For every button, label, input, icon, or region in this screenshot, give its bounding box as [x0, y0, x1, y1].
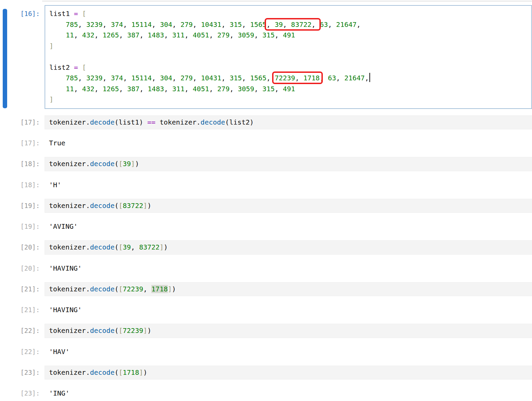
highlighted-token: 1718: [151, 285, 168, 293]
cell-20-input-row: [20]: tokenizer.decode([39, 83722]): [0, 240, 532, 255]
output-prompt-23: [23]:: [0, 389, 45, 397]
code-editor-19[interactable]: tokenizer.decode([83722]): [45, 199, 532, 213]
code-editor-16[interactable]: list1 = [ 785, 3239, 374, 15114, 304, 27…: [45, 5, 532, 109]
output-prompt-22: [22]:: [0, 348, 45, 356]
red-annotation-box: 72239, 1718: [275, 74, 319, 82]
cell-23-output-row: [23]: 'ING': [0, 389, 532, 397]
code-source-19[interactable]: tokenizer.decode([83722]): [49, 200, 532, 211]
cell-19-input-row: [19]: tokenizer.decode([83722]): [0, 199, 532, 213]
notebook-page: [16]: list1 = [ 785, 3239, 374, 15114, 3…: [0, 0, 532, 401]
output-text-17: True: [45, 139, 532, 147]
input-prompt-22: [22]:: [0, 324, 45, 336]
output-text-23: 'ING': [45, 389, 532, 397]
code-source-22[interactable]: tokenizer.decode([72239]): [49, 325, 532, 336]
cell-23-input-row: [23]: tokenizer.decode([1718]): [0, 366, 532, 380]
input-prompt-17: [17]:: [0, 115, 45, 128]
text-cursor: [369, 73, 370, 82]
output-prompt-19: [19]:: [0, 222, 45, 230]
code-cell-16: [16]: list1 = [ 785, 3239, 374, 15114, 3…: [0, 5, 532, 109]
output-text-22: 'HAV': [45, 348, 532, 356]
code-editor-23[interactable]: tokenizer.decode([1718]): [45, 366, 532, 380]
output-prompt-20: [20]:: [0, 264, 45, 272]
red-annotation-box: , 39, 83722,: [266, 20, 316, 29]
input-prompt-21: [21]:: [0, 282, 45, 295]
code-editor-18[interactable]: tokenizer.decode([39]): [45, 157, 532, 171]
code-editor-17[interactable]: tokenizer.decode(list1) == tokenizer.dec…: [45, 115, 532, 130]
output-prompt-17: [17]:: [0, 139, 45, 147]
code-source-23[interactable]: tokenizer.decode([1718]): [49, 367, 532, 378]
code-editor-22[interactable]: tokenizer.decode([72239]): [45, 324, 532, 338]
output-text-19: 'AVING': [45, 222, 532, 230]
active-cell-indicator-bar[interactable]: [3, 9, 7, 108]
code-source-16[interactable]: list1 = [ 785, 3239, 374, 15114, 304, 27…: [49, 9, 531, 105]
previous-cell-edge: [42, 0, 532, 2]
output-prompt-18: [18]:: [0, 181, 45, 189]
code-source-17[interactable]: tokenizer.decode(list1) == tokenizer.dec…: [49, 117, 532, 128]
cell-18-output-row: [18]: 'H': [0, 181, 532, 189]
input-prompt-18: [18]:: [0, 157, 45, 170]
cell-20-output-row: [20]: 'HAVING': [0, 264, 532, 272]
cell-17-output-row: [17]: True: [0, 139, 532, 147]
cell-19-output-row: [19]: 'AVING': [0, 222, 532, 230]
input-prompt-19: [19]:: [0, 199, 45, 211]
cell-17-input-row: [17]: tokenizer.decode(list1) == tokeniz…: [0, 115, 532, 130]
cell-22-output-row: [22]: 'HAV': [0, 348, 532, 356]
input-prompt-23: [23]:: [0, 366, 45, 378]
code-source-20[interactable]: tokenizer.decode([39, 83722]): [49, 242, 532, 253]
output-text-21: 'HAVING': [45, 306, 532, 314]
output-prompt-21: [21]:: [0, 306, 45, 314]
code-editor-20[interactable]: tokenizer.decode([39, 83722]): [45, 240, 532, 255]
code-source-18[interactable]: tokenizer.decode([39]): [49, 159, 532, 170]
input-prompt-20: [20]:: [0, 240, 45, 253]
cell-18-input-row: [18]: tokenizer.decode([39]): [0, 157, 532, 171]
output-text-18: 'H': [45, 181, 532, 189]
cell-22-input-row: [22]: tokenizer.decode([72239]): [0, 324, 532, 338]
code-editor-21[interactable]: tokenizer.decode([72239, 1718]): [45, 282, 532, 296]
code-source-21[interactable]: tokenizer.decode([72239, 1718]): [49, 284, 532, 295]
cell-21-input-row: [21]: tokenizer.decode([72239, 1718]): [0, 282, 532, 296]
output-text-20: 'HAVING': [45, 264, 532, 272]
cell-21-output-row: [21]: 'HAVING': [0, 306, 532, 314]
